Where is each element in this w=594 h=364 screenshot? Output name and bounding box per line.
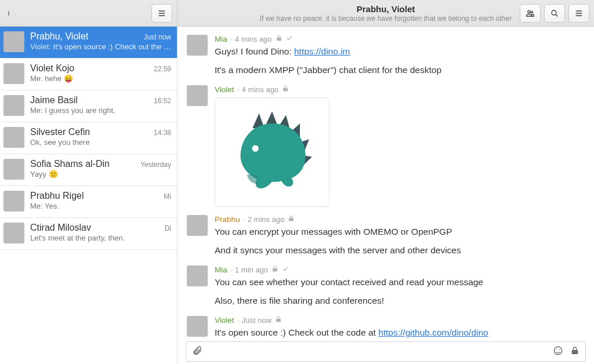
message-timestamp: · 1 min ago [231,265,268,274]
conversation-item[interactable]: Jaime Basil16:52Me: I guess you are righ… [0,90,177,122]
message-timestamp: · 4 mins ago [231,35,272,43]
conversation-name: Ctirad Miloslav [30,223,91,233]
lock-icon [288,215,295,224]
conversation-time: Yesterday [140,161,171,169]
conversation-time: 16:52 [154,97,171,105]
message-link[interactable]: https://dino.im [294,46,350,56]
conversation-name: Jaime Basil [30,95,78,105]
conversation-preview: Me: Yes. [30,202,171,210]
chat-header: Prabhu, Violet If we have no peace, it i… [178,0,594,26]
message-list: Mia· 4 mins agoGuys! I found Dino: https… [178,27,594,341]
message-line: Guys! I found Dino: https://dino.im [215,45,581,59]
composer [186,341,586,362]
chat-menu-button[interactable] [568,4,589,23]
conversation-name: Prabhu Rigel [30,191,84,201]
avatar [3,95,24,116]
svg-point-0 [528,10,530,13]
svg-point-11 [556,350,557,351]
conversation-preview: Violet: It's open source :) Check out th… [30,42,171,51]
conversation-item[interactable]: Prabhu RigelMiMe: Yes. [0,186,177,218]
message-timestamp: · 4 mins ago [238,85,279,94]
conversation-time: Mi [164,192,171,201]
message-line: And it syncs your messages with the serv… [215,243,581,257]
svg-point-10 [554,347,562,355]
message-sender: Violet [215,316,234,325]
svg-point-9 [252,145,259,152]
message-timestamp: · Just now [238,316,272,325]
avatar [3,191,24,212]
avatar [3,63,24,84]
conversation-name: Violet Kojo [30,63,74,74]
emoji-button[interactable] [553,345,563,358]
lock-icon [271,265,278,274]
conversation-item[interactable]: Prabhu, VioletJust nowViolet: It's open … [0,27,177,59]
avatar [3,223,24,243]
message-input[interactable] [208,347,547,356]
conversation-item[interactable]: Silvester Cefin14:38Ok, see you there [0,122,177,154]
message-sender: Prabhu [215,215,240,224]
conversation-item[interactable]: Ctirad MiloslavDiLet's meet at the party… [0,218,177,250]
message-sender: Mia [215,265,227,274]
avatar [3,31,24,52]
message: Prabhu· 2 mins agoYou can encrypt your m… [187,215,581,257]
message-line: It's open source :) Check out the code a… [215,326,581,340]
conversation-time: Di [165,224,171,232]
message: Mia· 1 min agoYou can see whether your c… [187,265,581,308]
avatar [187,265,208,286]
conversation-preview: Me: hehe 😛 [30,74,171,83]
message-sender: Violet [215,85,234,94]
message-line: You can encrypt your messages with OMEMO… [215,225,581,239]
conversation-time: 14:38 [154,129,171,137]
message-line: It's a modern XMPP ("Jabber") chat clien… [215,63,581,77]
check-icon [282,265,289,274]
chat-pane: Mia· 4 mins agoGuys! I found Dino: https… [178,27,594,364]
message: Violet· Just nowIt's open source :) Chec… [187,316,581,340]
svg-point-12 [559,350,560,351]
main: Prabhu, VioletJust nowViolet: It's open … [0,27,594,364]
conversation-preview: Me: I guess you are right. [30,106,171,115]
conversation-list: Prabhu, VioletJust nowViolet: It's open … [0,27,178,364]
avatar [3,127,24,148]
conversation-preview: Yayy 🙂 [30,170,171,179]
message-timestamp: · 2 mins ago [244,215,285,224]
conversation-item[interactable]: Violet Kojo22:59Me: hehe 😛 [0,59,177,90]
conversation-name: Silvester Cefin [30,127,90,137]
conversation-time: 22:59 [154,65,171,73]
svg-point-1 [531,11,533,13]
avatar [187,85,208,106]
svg-point-2 [552,10,556,15]
message-link[interactable]: https://github.com/dino/dino [378,327,488,337]
conversation-time: Just now [144,33,171,41]
avatar [3,159,24,180]
encryption-button[interactable] [570,346,579,357]
message-line: Also, there is file sharing and conferen… [215,294,581,308]
headerbar: Prabhu, Violet If we have no peace, it i… [0,0,594,27]
conversation-name: Sofia Shams al-Din [30,159,110,169]
conversation-preview: Ok, see you there [30,138,171,147]
message: Violet· 4 mins ago [187,85,581,207]
conversation-item[interactable]: Sofia Shams al-DinYesterdayYayy 🙂 [0,154,177,186]
message: Mia· 4 mins agoGuys! I found Dino: https… [187,35,581,77]
lock-icon [276,35,282,43]
avatar [187,35,208,56]
sidebar-menu-button[interactable] [151,4,172,23]
avatar [187,215,208,236]
participants-button[interactable] [520,4,541,23]
conversation-preview: Let's meet at the party, then. [30,234,171,242]
message-sender: Mia [215,35,227,43]
lock-icon [275,316,282,325]
conversation-name: Prabhu, Violet [30,31,88,42]
check-icon [286,35,293,43]
message-line: You can see whether your contact receive… [215,275,581,289]
lock-icon [282,85,289,94]
attach-button[interactable] [192,345,202,358]
sidebar-header [0,0,178,26]
search-button[interactable] [544,4,565,23]
new-conversation-button[interactable] [5,4,13,23]
avatar [187,316,208,337]
message-image[interactable] [215,97,329,207]
